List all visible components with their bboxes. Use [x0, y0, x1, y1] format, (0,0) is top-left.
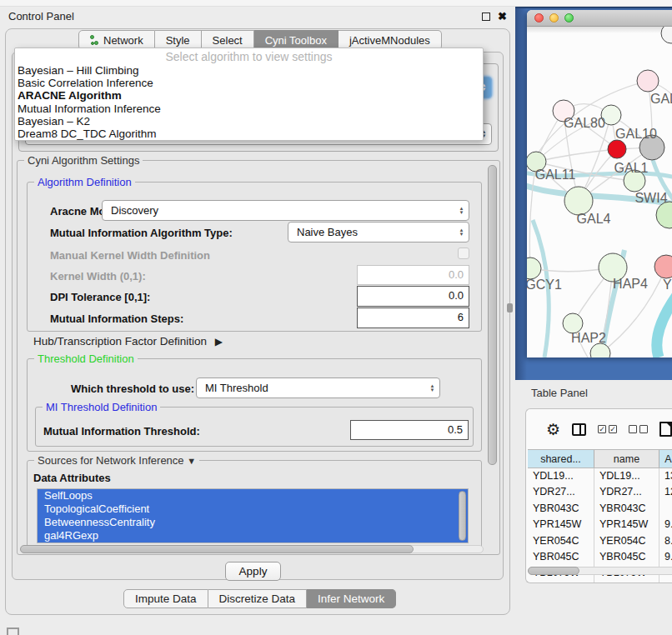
table-hscroll-thumb[interactable]: [528, 567, 579, 575]
minimize-traffic-light-icon[interactable]: [549, 13, 559, 22]
cell-value[interactable]: 13: [659, 468, 672, 484]
column-header-name[interactable]: name: [594, 450, 659, 468]
network-node[interactable]: [661, 27, 672, 43]
attribute-item-selected[interactable]: TopologicalCoefficient: [38, 502, 468, 516]
attribute-item-selected[interactable]: BetweennessCentrality: [38, 516, 468, 529]
manual-kernel-checkbox[interactable]: [458, 248, 469, 259]
network-node[interactable]: [527, 258, 541, 279]
panel-divider-handle[interactable]: [507, 303, 513, 312]
cell-name[interactable]: YPR145W: [594, 517, 659, 532]
sources-group-title[interactable]: Sources for Network Inference ▼: [34, 454, 199, 467]
tab-infer-network[interactable]: Infer Network: [307, 589, 396, 608]
tab-discretize-data[interactable]: Discretize Data: [208, 589, 308, 608]
data-attributes-list[interactable]: SelfLoops TopologicalCoefficient Between…: [37, 488, 469, 543]
settings-vertical-scrollbar[interactable]: [488, 165, 497, 465]
hub-definition-toggle[interactable]: Hub/Transcription Factor Definition ▶: [33, 335, 223, 348]
combo-stepper-icon: ▲▼: [454, 228, 469, 237]
cell-name[interactable]: YDL19...: [594, 468, 659, 484]
network-node-label: GAL80: [564, 116, 605, 130]
dropdown-item[interactable]: Dream8 DC_TDC Algorithm: [15, 128, 483, 140]
zoom-traffic-light-icon[interactable]: [564, 13, 574, 22]
cell-name[interactable]: YBR045C: [594, 549, 659, 565]
attribute-item-selected[interactable]: SelfLoops: [38, 489, 468, 502]
network-node-label: GAL4: [577, 212, 611, 226]
table-row[interactable]: YLR345W YLR345W 9.: [528, 582, 672, 583]
cell-shared-name[interactable]: YLR345W: [528, 582, 594, 583]
close-traffic-light-icon[interactable]: [534, 13, 544, 22]
cell-shared-name[interactable]: YBR045C: [528, 549, 594, 565]
dropdown-prompt: Select algorithm to view settings: [15, 48, 483, 64]
cell-shared-name[interactable]: YDL19...: [528, 468, 594, 484]
combo-stepper-icon: ▲▼: [425, 384, 439, 392]
mi-steps-field[interactable]: 6: [357, 308, 469, 328]
table-row[interactable]: YER054C YER054C 8.: [528, 533, 672, 549]
kernel-width-field: 0.0: [357, 265, 469, 285]
table-row[interactable]: YBR045C YBR045C 9.: [528, 549, 672, 565]
cell-value[interactable]: 9.: [659, 549, 672, 565]
network-node[interactable]: [564, 187, 593, 215]
table-row[interactable]: YPR145W YPR145W 9.: [528, 517, 672, 532]
cell-value[interactable]: [659, 501, 672, 517]
network-node-label: SWI4: [634, 191, 667, 205]
table-row[interactable]: YBR043C YBR043C: [528, 501, 672, 517]
network-node-label: GAL1: [614, 161, 649, 175]
teal-edges: [527, 160, 672, 358]
cell-name[interactable]: YLR345W: [594, 582, 659, 583]
dropdown-item-highlighted[interactable]: ARACNE Algorithm: [15, 89, 483, 102]
tab-jactivemnodules-label: jActiveMNodules: [349, 34, 430, 47]
aracne-mode-combo[interactable]: Discovery ▲▼: [102, 200, 469, 221]
cell-shared-name[interactable]: YER054C: [528, 533, 594, 549]
tab-impute-data[interactable]: Impute Data: [123, 589, 208, 608]
cell-value[interactable]: 9.: [659, 517, 672, 532]
float-window-icon[interactable]: [482, 12, 490, 21]
attribute-item-selected[interactable]: gal4RGexp: [38, 529, 468, 542]
restore-panel-icon[interactable]: [7, 628, 19, 635]
network-node[interactable]: [637, 70, 659, 92]
cell-name[interactable]: YER054C: [594, 533, 659, 549]
gear-icon[interactable]: ⚙: [546, 422, 560, 438]
table-row[interactable]: YDR27... YDR27... 12: [528, 484, 672, 500]
attributes-list-scrollbar[interactable]: [459, 491, 466, 541]
data-attributes-label: Data Attributes: [33, 472, 111, 484]
which-threshold-combo[interactable]: MI Threshold ▲▼: [196, 378, 440, 398]
network-node[interactable]: [654, 255, 672, 278]
tab-discretize-data-label: Discretize Data: [219, 592, 296, 605]
cell-name[interactable]: YBR043C: [594, 501, 659, 517]
tab-network-label: Network: [103, 34, 143, 47]
split-columns-icon[interactable]: [572, 423, 586, 436]
network-node-red[interactable]: [608, 140, 626, 158]
network-node[interactable]: [590, 343, 610, 358]
mi-type-combo[interactable]: Naive Bayes ▲▼: [288, 222, 469, 242]
cell-shared-name[interactable]: YPR145W: [528, 517, 594, 532]
column-header-shared-name[interactable]: shared...: [528, 450, 594, 468]
network-view-window[interactable]: GAL GAL80 GAL10 GAL1 GAL11 SWI4 GAL4 GCY…: [527, 10, 672, 358]
mi-threshold-field[interactable]: 0.5: [350, 420, 469, 440]
table-row[interactable]: YDL19... YDL19... 13: [528, 468, 672, 484]
select-all-icon[interactable]: ✓✓: [598, 425, 617, 433]
network-canvas[interactable]: GAL GAL80 GAL10 GAL1 GAL11 SWI4 GAL4 GCY…: [527, 27, 672, 358]
cell-value[interactable]: 12: [659, 484, 672, 500]
collapsed-arrow-icon: ▶: [215, 336, 223, 348]
cell-value[interactable]: 8.: [659, 533, 672, 549]
function-builder-icon[interactable]: [659, 422, 672, 437]
cell-shared-name[interactable]: YBR043C: [528, 501, 594, 517]
network-node[interactable]: [656, 202, 672, 228]
column-header-clipped[interactable]: A: [659, 450, 672, 468]
mi-type-value: Naive Bayes: [297, 226, 358, 238]
cell-shared-name[interactable]: YDR27...: [528, 484, 594, 500]
settings-hscroll-thumb[interactable]: [20, 545, 414, 553]
dropdown-item[interactable]: Bayesian – K2: [15, 115, 483, 128]
dropdown-item[interactable]: Mutual Information Inference: [15, 102, 483, 115]
algorithm-definition-title: Algorithm Definition: [34, 176, 135, 188]
cell-value[interactable]: 9.: [659, 582, 672, 583]
tab-impute-data-label: Impute Data: [135, 592, 197, 605]
network-window-titlebar[interactable]: [527, 10, 672, 27]
cell-name[interactable]: YDR27...: [594, 484, 659, 500]
close-icon[interactable]: ✖: [498, 11, 507, 22]
dpi-tolerance-label: DPI Tolerance [0,1]:: [50, 291, 150, 303]
dropdown-item[interactable]: Bayesian – Hill Climbing: [15, 64, 483, 77]
deselect-all-icon[interactable]: [629, 425, 648, 433]
dropdown-item[interactable]: Basic Correlation Inference: [15, 77, 483, 89]
apply-button[interactable]: Apply: [225, 562, 281, 581]
dpi-tolerance-field[interactable]: 0.0: [357, 286, 469, 307]
